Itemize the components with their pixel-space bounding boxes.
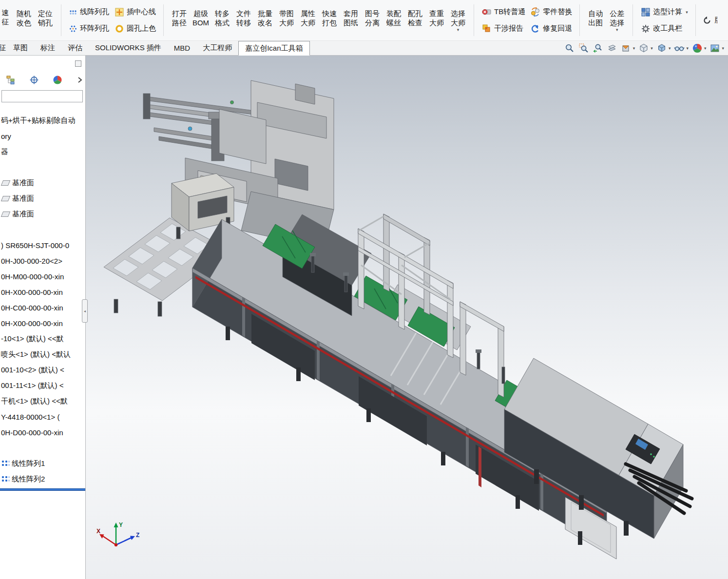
ribbon-text-button[interactable]: 快速 打包 bbox=[319, 1, 340, 39]
graphics-area[interactable]: X Y Z bbox=[86, 56, 728, 579]
feature-tree-item[interactable]: -10<1> (默认) <<默 bbox=[0, 331, 85, 347]
tb-convert-button[interactable]: TB转普通 bbox=[479, 5, 528, 19]
feature-tree-item[interactable]: 器 bbox=[0, 144, 85, 159]
feature-tree-item[interactable]: 0H-X00-000-00-xin bbox=[0, 315, 85, 331]
linear-hole-pattern-icon bbox=[69, 8, 77, 17]
ribbon-button-label-top: 定位 bbox=[38, 9, 53, 18]
dropdown-caret-icon[interactable]: ▾ bbox=[686, 46, 689, 51]
ribbon-text-button[interactable]: 批量 改名 bbox=[254, 1, 276, 39]
panel-pin-icon[interactable] bbox=[75, 60, 81, 67]
dropdown-caret-icon[interactable]: ▾ bbox=[704, 46, 707, 51]
3d-drawing-view-icon[interactable] bbox=[606, 42, 618, 54]
ribbon-text-button[interactable]: 选择 大师 ▾ bbox=[447, 1, 469, 39]
part-replace-button[interactable]: 零件替换 bbox=[528, 5, 575, 19]
feature-manager-tab-icon[interactable] bbox=[6, 74, 16, 86]
feature-tree-item[interactable]: 码+烘干+贴标剔除自动 bbox=[0, 113, 85, 128]
circular-hole-pattern-button[interactable]: 环阵列孔 bbox=[66, 22, 112, 35]
tree-filter-input[interactable] bbox=[1, 90, 83, 102]
zoom-fit-icon[interactable] bbox=[563, 42, 576, 54]
apply-scene-icon[interactable] bbox=[709, 42, 721, 54]
chevron-right-icon[interactable] bbox=[76, 74, 85, 86]
dropdown-caret-icon[interactable]: ▾ bbox=[651, 46, 653, 51]
ribbon-clipped-left-button[interactable]: 速 征 bbox=[2, 0, 9, 39]
hide-show-items-icon[interactable] bbox=[673, 42, 686, 54]
dropdown-caret-icon[interactable]: ▾ bbox=[722, 46, 724, 51]
feature-tree-item[interactable]: 喷头<1> (默认) <默认 bbox=[0, 347, 85, 362]
feature-tree-item[interactable]: 基准面 bbox=[0, 191, 85, 206]
ribbon-text-button[interactable]: 转多 格式 bbox=[211, 1, 233, 39]
edit-appearance-icon[interactable] bbox=[691, 42, 704, 54]
tab-solidworks-addins[interactable]: SOLIDWORKS 插件 bbox=[89, 41, 168, 55]
ribbon-text-button[interactable]: 属性 大师 bbox=[297, 1, 319, 39]
feature-tree-item[interactable]: 0H-X00-000-00-xin bbox=[0, 284, 85, 300]
repair-undo-button[interactable]: 修复回退 bbox=[528, 22, 575, 35]
feature-tree-item[interactable]: 0H-J00-000-20<2> bbox=[0, 253, 85, 269]
random-color-button[interactable]: 随机 改色 bbox=[13, 1, 35, 39]
tab-features-clipped[interactable]: 征 bbox=[0, 41, 7, 55]
tab-mbd[interactable]: MBD bbox=[168, 41, 196, 55]
locating-pin-hole-button[interactable]: 定位 销孔 bbox=[35, 1, 56, 39]
tolerance-select-button[interactable]: 公差 选择 ▾ bbox=[606, 1, 628, 39]
circular-hole-pattern-icon bbox=[69, 24, 77, 33]
hole-color-button[interactable]: 圆孔上色 bbox=[112, 22, 158, 35]
dropdown-caret-icon[interactable]: ▾ bbox=[669, 46, 671, 51]
tree-item-icon bbox=[1, 196, 10, 201]
ribbon-group-auto: 自动 出图 公差 选择 ▾ bbox=[581, 0, 632, 40]
ribbon-text-button[interactable]: 带图 大师 bbox=[276, 1, 297, 39]
ribbon-button-label-bottom: 分离 bbox=[365, 18, 380, 27]
feature-tree-item[interactable]: Y-4418-0000<1> ( bbox=[0, 409, 85, 425]
tab-sketch[interactable]: 草图 bbox=[7, 41, 34, 55]
feature-tree-item[interactable]: 001-11<1> (默认) < bbox=[0, 378, 85, 393]
ribbon-clipped-right-button[interactable]: 版 bbox=[697, 0, 717, 40]
ribbon-text-button[interactable]: 文件 转移 bbox=[233, 1, 254, 39]
zoom-area-icon[interactable] bbox=[577, 42, 590, 54]
ribbon-text-button[interactable]: 图号 分离 bbox=[362, 1, 383, 39]
feature-tree-item[interactable]: 0H-D00-000-00-xin bbox=[0, 425, 85, 440]
feature-tree-item[interactable]: 0H-M00-000-00-xin bbox=[0, 269, 85, 284]
machine-3d-model bbox=[86, 56, 728, 579]
main-area: 码+烘干+贴标剔除自动 ory 器 基准面 bbox=[0, 56, 728, 579]
hole-color-icon bbox=[114, 23, 124, 34]
feature-tree-item[interactable]: 0H-C00-000-00-xin bbox=[0, 300, 85, 315]
dropdown-caret-icon[interactable]: ▾ bbox=[633, 46, 635, 51]
ribbon-text-button[interactable]: 查重 大师 bbox=[426, 1, 447, 39]
feature-tree-item[interactable]: ory bbox=[0, 128, 85, 144]
tab-big-engineer[interactable]: 大工程师 bbox=[196, 41, 238, 55]
ribbon-text-button[interactable]: 装配 螺丝 bbox=[383, 1, 404, 39]
previous-view-icon[interactable] bbox=[592, 42, 604, 54]
toolbar-config-button[interactable]: 改工具栏 bbox=[638, 22, 690, 35]
view-orientation-icon[interactable] bbox=[637, 42, 650, 54]
rollback-bar[interactable] bbox=[0, 488, 85, 491]
tab-jlc-ican-toolbox[interactable]: 嘉立创Ican工具箱 bbox=[238, 41, 309, 56]
selection-calc-button[interactable]: 选型计算 ▾ bbox=[638, 5, 690, 19]
auto-drawing-button[interactable]: 自动 出图 bbox=[585, 1, 606, 39]
ribbon-separator bbox=[632, 4, 633, 36]
display-style-icon[interactable] bbox=[655, 42, 668, 54]
linear-hole-pattern-button[interactable]: 线阵列孔 bbox=[66, 5, 112, 19]
tab-markup[interactable]: 标注 bbox=[34, 41, 61, 55]
tree-item-icon bbox=[1, 460, 9, 467]
tab-evaluate[interactable]: 评估 bbox=[61, 41, 89, 55]
ribbon-group-masters: 打开 路径 超级 BOM 转多 格式 文件 bbox=[165, 0, 473, 40]
feature-tree-item[interactable]: 001-10<2> (默认) < bbox=[0, 362, 85, 378]
property-manager-tab-icon[interactable] bbox=[29, 74, 39, 86]
interference-report-button[interactable]: 干涉报告 bbox=[479, 22, 528, 35]
insert-centerline-button[interactable]: 插中心线 bbox=[112, 5, 158, 19]
ribbon-text-button[interactable]: 超级 BOM bbox=[190, 1, 211, 39]
ribbon-button-label-bottom: 转移 bbox=[236, 18, 251, 27]
ribbon-text-button[interactable]: 打开 路径 bbox=[169, 1, 190, 39]
panel-splitter-handle[interactable]: ◂ bbox=[82, 299, 88, 323]
feature-tree-item[interactable]: 干机<1> (默认) <<默 bbox=[0, 393, 85, 409]
feature-tree-item[interactable]: 基准面 bbox=[0, 206, 85, 222]
button-label: 插中心线 bbox=[127, 7, 156, 17]
ribbon-text-button[interactable]: 配孔 检查 bbox=[404, 1, 426, 39]
feature-tree-item[interactable]: 基准面 bbox=[0, 175, 85, 191]
ribbon-separator bbox=[163, 4, 164, 36]
feature-tree-item[interactable]: 线性阵列1 bbox=[0, 456, 85, 471]
section-view-icon[interactable] bbox=[620, 42, 632, 54]
feature-tree-item[interactable]: ) SR650H-SJT-000-0 bbox=[0, 237, 85, 253]
appearance-manager-tab-icon[interactable] bbox=[53, 74, 62, 86]
ribbon-text-button[interactable]: 套用 图纸 bbox=[340, 1, 362, 39]
feature-tree-item[interactable]: 线性阵列2 bbox=[0, 471, 85, 487]
command-ribbon: 速 征 随机 改色 定位 销孔 线阵列孔 bbox=[0, 0, 728, 41]
